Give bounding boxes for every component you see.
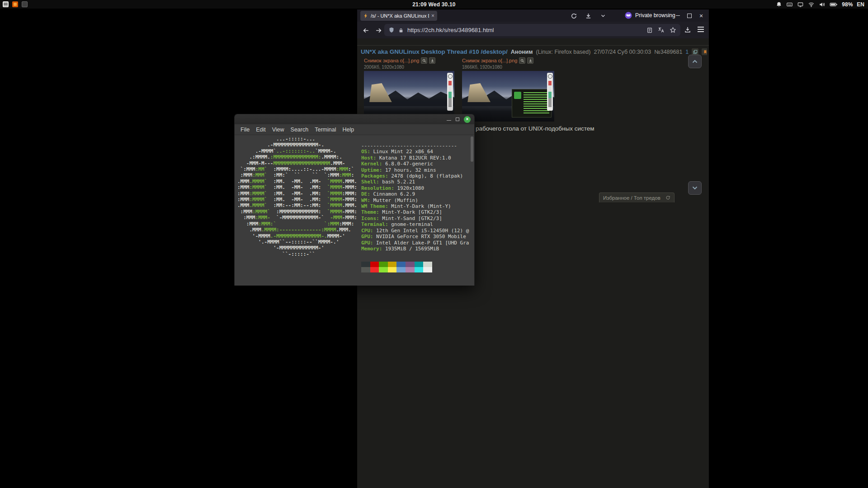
poster-info: (Linux: Firefox based) xyxy=(536,49,591,55)
reader-view-icon[interactable] xyxy=(646,27,653,33)
orange-app-icon[interactable] xyxy=(12,1,18,7)
thread-favorite-icon[interactable] xyxy=(702,48,707,55)
window-close-button[interactable]: × xyxy=(695,11,707,21)
attachment-download-icon[interactable] xyxy=(429,57,435,64)
bookmark-star-icon[interactable] xyxy=(670,27,676,33)
terminal-maximize-button[interactable] xyxy=(456,117,459,121)
attachment-zoom-icon[interactable] xyxy=(519,57,525,64)
scroll-to-top-button[interactable] xyxy=(688,55,702,68)
replies-count-link[interactable]: 1 xyxy=(685,49,689,55)
menu-edit[interactable]: Edit xyxy=(253,127,269,133)
favorites-refresh-icon[interactable] xyxy=(665,195,670,200)
favorites-bar[interactable]: Избранное / Топ тредов xyxy=(599,192,675,202)
post-number[interactable]: №3489681 xyxy=(654,49,682,55)
tab-close-icon[interactable]: × xyxy=(431,13,434,19)
window-minimize-button[interactable] xyxy=(672,11,684,21)
menu-help[interactable]: Help xyxy=(339,127,357,133)
attachment-download-icon[interactable] xyxy=(527,57,533,64)
terminal-menubar: FileEditViewSearchTerminalHelp xyxy=(235,124,474,135)
attachment-filename-link[interactable]: Снимок экрана о[...].png xyxy=(462,58,517,63)
url-text[interactable]: https://2ch.hk/s/res/3489681.html xyxy=(407,27,494,33)
attachment-size: 1866Кб, 868x488 xyxy=(462,65,554,70)
tab-bar: /s/ - UN*X aka GNULinux De × Private bro… xyxy=(357,9,709,22)
terminal-window: × FileEditViewSearchTerminalHelp ...-:::… xyxy=(234,114,475,286)
thumb-cliff xyxy=(467,83,491,103)
menu-file[interactable]: File xyxy=(237,127,253,133)
display-icon[interactable] xyxy=(797,1,804,8)
keyboard-icon[interactable] xyxy=(786,1,793,8)
private-mask-icon xyxy=(625,12,632,19)
clock[interactable]: 21:09 Wed 30.10 xyxy=(412,1,456,8)
menu-search[interactable]: Search xyxy=(288,127,312,133)
thumb-panel-widget xyxy=(547,73,553,111)
terminal-app-icon[interactable] xyxy=(22,1,28,7)
page-header-divider xyxy=(357,45,709,46)
save-page-icon[interactable] xyxy=(684,26,691,33)
scroll-to-bottom-button[interactable] xyxy=(688,181,702,195)
reload-icon[interactable] xyxy=(570,12,578,20)
battery-percentage[interactable]: 98% xyxy=(842,1,853,8)
private-browsing-indicator: Private browsing xyxy=(625,12,675,19)
menu-hamburger-icon[interactable] xyxy=(698,27,705,33)
thumb-cliff xyxy=(369,83,392,103)
document-app-icon[interactable] xyxy=(3,1,9,7)
attachment-zoom-icon[interactable] xyxy=(421,57,427,64)
lock-icon[interactable] xyxy=(398,27,404,33)
forward-button[interactable] xyxy=(373,24,384,36)
thread-title-link[interactable]: UN*X aka GNULinux Desktop Thread #10 /de… xyxy=(361,48,508,55)
thumb-terminal-overlay xyxy=(512,89,552,117)
window-maximize-button[interactable] xyxy=(684,11,695,21)
thread-hide-icon[interactable] xyxy=(692,48,698,55)
desktop: 21:09 Wed 30.10 98% EN /s/ - UN*X aka GN… xyxy=(0,0,868,488)
terminal-body[interactable]: ...-:::::-... .-MMMMMMMMMMMMMMM-. .-MMMM… xyxy=(235,135,474,286)
battery-icon[interactable] xyxy=(830,1,838,8)
tab-favicon-lightning-icon xyxy=(363,13,368,19)
navigation-bar: https://2ch.hk/s/res/3489681.html xyxy=(357,22,709,38)
wifi-icon[interactable] xyxy=(808,1,815,8)
translate-icon[interactable] xyxy=(658,27,665,33)
chevron-down-icon[interactable] xyxy=(599,12,607,20)
system-panel: 21:09 Wed 30.10 98% EN xyxy=(0,0,868,9)
attachment-filename-link[interactable]: Снимок экрана о[...].png xyxy=(364,58,419,63)
panel-app-launchers xyxy=(3,1,28,7)
volume-icon[interactable] xyxy=(819,1,826,8)
thumb-panel-widget xyxy=(447,73,453,111)
system-tray: 98% EN xyxy=(776,1,864,8)
private-browsing-label: Private browsing xyxy=(635,12,675,19)
terminal-minimize-button[interactable] xyxy=(447,120,451,121)
terminal-scrollbar-thumb[interactable] xyxy=(471,136,473,162)
post-date: 27/07/24 Суб 00:30:03 xyxy=(594,49,651,55)
downloads-icon[interactable] xyxy=(584,12,592,20)
post-text: рабочего стола от UNIX-подобных систем xyxy=(476,125,594,132)
attachment-2: Снимок экрана о[...].png 1866Кб, 1920x10… xyxy=(462,57,554,122)
menu-view[interactable]: View xyxy=(269,127,288,133)
palette xyxy=(361,262,432,272)
back-button[interactable] xyxy=(360,24,372,36)
notifications-bell-icon[interactable] xyxy=(776,1,782,8)
menu-terminal[interactable]: Terminal xyxy=(311,127,339,133)
attachment-thumbnail[interactable] xyxy=(462,71,554,122)
neofetch-info: --------------------------------OS: Linu… xyxy=(361,143,469,252)
poster-name: Аноним xyxy=(511,49,533,55)
favorites-bar-label: Избранное / Топ тредов xyxy=(603,195,660,201)
browser-tab[interactable]: /s/ - UN*X aka GNULinux De × xyxy=(360,11,437,21)
thread-header: UN*X aka GNULinux Desktop Thread #10 /de… xyxy=(361,48,707,55)
url-bar[interactable]: https://2ch.hk/s/res/3489681.html xyxy=(384,24,680,36)
tab-title: /s/ - UN*X aka GNULinux De xyxy=(371,13,429,19)
tracking-shield-icon[interactable] xyxy=(388,27,395,33)
language-indicator[interactable]: EN xyxy=(857,1,864,8)
terminal-titlebar[interactable]: × xyxy=(235,114,474,124)
attachment-1: Снимок экрана о[...].png 2006Кб, 1920x10… xyxy=(364,57,454,122)
attachment-size: 2006Кб, 868x488 xyxy=(364,65,454,70)
terminal-close-button[interactable]: × xyxy=(464,116,471,123)
window-controls: × xyxy=(672,9,707,22)
neofetch-ascii: ...-:::::-... .-MMMMMMMMMMMMMMM-. .-MMMM… xyxy=(237,136,357,257)
